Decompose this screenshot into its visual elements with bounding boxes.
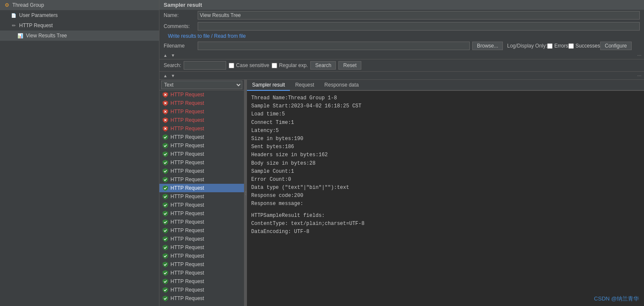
main-panel: Sampler result Name: Comments: Write res… <box>159 0 644 306</box>
reset-button[interactable]: Reset <box>338 61 361 70</box>
sidebar-item-view-results-tree[interactable]: 📊 View Results Tree <box>0 31 159 41</box>
sidebar-item-thread-group[interactable]: ⚙ Thread Group <box>0 0 159 10</box>
arrow-down-2-icon[interactable]: ▼ <box>170 73 176 79</box>
success-icon <box>162 270 169 276</box>
sidebar-item-label: View Results Tree <box>26 33 67 39</box>
request-item[interactable]: HTTP Request <box>159 201 244 209</box>
request-label: HTTP Request <box>170 227 204 233</box>
log-display-label: Log/Display Only: <box>507 43 547 49</box>
arrow-up-2-icon[interactable]: ▲ <box>162 73 169 79</box>
successes-checkbox-group[interactable]: Successes <box>568 43 600 49</box>
browse-button[interactable]: Browse... <box>472 42 503 50</box>
error-icon <box>162 125 169 132</box>
case-sensitive-group[interactable]: Case sensitive <box>229 62 269 68</box>
error-icon <box>162 100 169 107</box>
search-input[interactable] <box>184 61 226 70</box>
result-line: Connect Time:1 <box>251 119 640 127</box>
request-item[interactable]: HTTP Request <box>159 286 244 294</box>
left-pane: TextRegExp TesterCSS/JQuery TesterXPath … <box>159 80 244 306</box>
sidebar-item-label: User Parameters <box>19 12 58 18</box>
request-label: HTTP Request <box>170 236 204 242</box>
errors-checkbox[interactable] <box>547 43 553 49</box>
result-line: Load time:5 <box>251 110 640 118</box>
result-line: Thread Name:Thread Group 1-8 <box>251 94 640 102</box>
tab-request[interactable]: Request <box>290 80 319 91</box>
request-item[interactable]: HTTP Request <box>159 277 244 286</box>
regular-exp-group[interactable]: Regular exp. <box>272 62 308 68</box>
tab-sampler-result[interactable]: Sampler result <box>247 80 290 91</box>
errors-label: Errors <box>554 43 568 49</box>
request-label: HTTP Request <box>170 126 204 132</box>
search-button[interactable]: Search <box>310 61 336 70</box>
request-item[interactable]: HTTP Request <box>159 294 244 303</box>
request-item[interactable]: HTTP Request <box>159 158 244 167</box>
result-line: Headers size in bytes:162 <box>251 151 640 159</box>
result-line: Sample Count:1 <box>251 168 640 176</box>
request-label: HTTP Request <box>170 134 204 140</box>
success-icon <box>162 219 169 225</box>
arrow-down-icon[interactable]: ▼ <box>170 53 176 58</box>
request-item[interactable]: HTTP Request <box>159 107 244 116</box>
name-row: Name: <box>159 10 644 21</box>
request-item[interactable]: HTTP Request <box>159 150 244 158</box>
result-line: Data type ("text"|"bin"|""):text <box>251 184 640 192</box>
regular-exp-checkbox[interactable] <box>272 63 277 68</box>
request-item[interactable]: HTTP Request <box>159 175 244 184</box>
success-icon <box>162 278 169 285</box>
request-item[interactable]: HTTP Request <box>159 269 244 277</box>
request-item[interactable]: HTTP Request <box>159 90 244 99</box>
errors-checkbox-group[interactable]: Errors <box>547 43 568 49</box>
filename-input[interactable] <box>198 42 470 50</box>
request-item[interactable]: HTTP Request <box>159 226 244 235</box>
request-item[interactable]: HTTP Request <box>159 192 244 201</box>
success-icon <box>162 176 169 183</box>
request-item[interactable]: HTTP Request <box>159 99 244 107</box>
result-line: Sample Start:2023-04-02 16:18:25 CST <box>251 102 640 110</box>
successes-checkbox[interactable] <box>568 43 574 49</box>
request-item[interactable]: HTTP Request <box>159 260 244 269</box>
success-icon <box>162 236 169 242</box>
request-item[interactable]: HTTP Request <box>159 218 244 226</box>
request-item[interactable]: HTTP Request <box>159 209 244 218</box>
name-input[interactable] <box>198 11 640 20</box>
success-icon <box>162 202 169 208</box>
success-icon <box>162 286 169 293</box>
toolbar-row-2: ▲ ▼ ··· <box>159 72 644 80</box>
write-results-link[interactable]: Write results to file / Read from file <box>164 32 250 40</box>
request-item[interactable]: HTTP Request <box>159 184 244 192</box>
result-line: Sent bytes:186 <box>251 143 640 151</box>
tab-response-data[interactable]: Response data <box>319 80 364 91</box>
sidebar: ⚙ Thread Group 📄 User Parameters ✏ HTTP … <box>0 0 159 306</box>
request-item[interactable]: HTTP Request <box>159 243 244 252</box>
result-line: HTTPSampleResult fields: <box>251 212 640 220</box>
configure-button[interactable]: Configure <box>600 42 632 50</box>
arrow-up-icon[interactable]: ▲ <box>162 53 169 58</box>
case-sensitive-checkbox[interactable] <box>229 63 234 68</box>
success-icon <box>162 159 169 166</box>
request-item[interactable]: HTTP Request <box>159 252 244 260</box>
ellipsis-menu-2[interactable]: ··· <box>637 73 641 79</box>
sidebar-item-http-request[interactable]: ✏ HTTP Request <box>0 20 159 31</box>
result-line: Response message: <box>251 200 640 208</box>
request-item[interactable]: HTTP Request <box>159 133 244 141</box>
comments-row: Comments: <box>159 21 644 32</box>
name-label: Name: <box>164 12 198 18</box>
request-item[interactable]: HTTP Request <box>159 167 244 175</box>
request-item[interactable]: HTTP Request <box>159 141 244 150</box>
request-item[interactable]: HTTP Request <box>159 116 244 124</box>
comments-input[interactable] <box>198 22 640 31</box>
success-icon <box>162 134 169 140</box>
format-select[interactable]: TextRegExp TesterCSS/JQuery TesterXPath … <box>161 81 242 89</box>
ellipsis-menu[interactable]: ··· <box>637 52 641 58</box>
sidebar-item-label: HTTP Request <box>19 22 53 28</box>
sidebar-item-label: Thread Group <box>12 2 44 8</box>
request-item[interactable]: HTTP Request <box>159 235 244 243</box>
sidebar-item-user-parameters[interactable]: 📄 User Parameters <box>0 10 159 20</box>
request-item[interactable]: HTTP Request <box>159 124 244 133</box>
request-label: HTTP Request <box>170 117 204 123</box>
request-label: HTTP Request <box>170 244 204 250</box>
success-icon <box>162 210 169 217</box>
request-label: HTTP Request <box>170 143 204 149</box>
request-label: HTTP Request <box>170 177 204 182</box>
success-icon <box>162 261 169 268</box>
